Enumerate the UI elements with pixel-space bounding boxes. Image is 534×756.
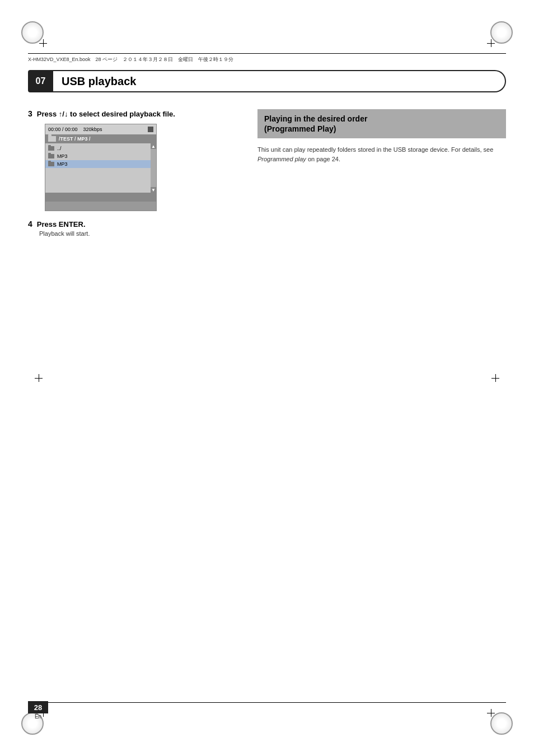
screen-folder-bar: /TEST / MP3 /	[45, 134, 156, 143]
screen-time: 00:00 / 00:00	[48, 127, 78, 132]
section-title-line2: (Programmed Play)	[264, 124, 499, 134]
reg-mark-br	[487, 709, 495, 717]
step-3-header: 3 Press ↑/↓ to select desired playback f…	[28, 109, 241, 118]
list-item-3	[45, 168, 151, 176]
screen-progress-bar	[45, 202, 156, 211]
page-language: En	[35, 713, 41, 720]
list-item-5	[45, 184, 151, 192]
left-column: 3 Press ↑/↓ to select desired playback f…	[28, 109, 241, 694]
folder-path: /TEST / MP3 /	[59, 136, 91, 142]
print-info-text: X-HM32VD_VXE8_En.book 28 ページ ２０１４年３月２８日 …	[28, 56, 233, 63]
item-folder-icon-0	[48, 146, 54, 151]
page-number-area: 28 En	[28, 701, 48, 720]
header-line	[28, 53, 506, 54]
chapter-title: USB playback	[62, 75, 136, 88]
screen-bitrate: 320kbps	[83, 127, 102, 132]
screen-scrollbar: ▲ ▼	[151, 143, 156, 193]
section-heading: Playing in the desired order (Programmed…	[257, 109, 506, 138]
print-info: X-HM32VD_VXE8_En.book 28 ページ ２０１４年３月２８日 …	[28, 56, 506, 63]
section-body-italic: Programmed play	[257, 156, 306, 162]
chapter-number: 07	[28, 70, 53, 92]
step-4: 4 Press ENTER. Playback will start.	[28, 220, 241, 237]
reg-mark-tr	[487, 39, 495, 47]
screen-bottom-bar	[45, 193, 156, 202]
step-4-description: Playback will start.	[39, 230, 241, 237]
section-body: This unit can play repeatedly folders st…	[257, 145, 506, 164]
section-title-line1: Playing in the desired order	[264, 114, 499, 124]
screen-list-area: ../ MP3 MP3	[45, 143, 156, 193]
chapter-header: 07 USB playback	[28, 70, 506, 92]
list-item-1: MP3	[45, 152, 151, 160]
list-item-0-name: ../	[57, 146, 62, 151]
step-4-header: 4 Press ENTER.	[28, 220, 241, 228]
reg-mark-tl	[39, 39, 47, 47]
screen-mockup: 00:00 / 00:00 320kbps /TEST / MP3 / ../	[45, 124, 157, 211]
step-4-instruction: Press ENTER.	[37, 220, 86, 228]
list-item-1-name: MP3	[57, 153, 68, 159]
chapter-title-box: USB playback	[53, 70, 506, 92]
page-number: 28	[28, 701, 48, 713]
screen-list-items: ../ MP3 MP3	[45, 143, 151, 193]
list-item-0: ../	[45, 144, 151, 152]
scrollbar-down-button[interactable]: ▼	[151, 187, 156, 193]
step-3: 3 Press ↑/↓ to select desired playback f…	[28, 109, 241, 211]
section-body-suffix: on page 24.	[306, 156, 340, 162]
bottom-line	[28, 702, 506, 703]
step-3-instruction: Press ↑/↓ to select desired playback fil…	[37, 110, 175, 118]
right-column: Playing in the desired order (Programmed…	[257, 109, 506, 694]
scrollbar-up-button[interactable]: ▲	[151, 143, 156, 149]
list-item-2: MP3	[45, 160, 151, 168]
screen-stop-icon	[148, 127, 153, 132]
list-item-4	[45, 176, 151, 184]
step-4-number: 4	[28, 220, 32, 228]
screen-status-bar: 00:00 / 00:00 320kbps	[45, 124, 156, 134]
folder-icon	[48, 136, 56, 142]
item-folder-icon-1	[48, 154, 54, 158]
content-area: 3 Press ↑/↓ to select desired playback f…	[28, 109, 506, 694]
step-3-number: 3	[28, 109, 32, 118]
section-body-text: This unit can play repeatedly folders st…	[257, 146, 493, 153]
list-item-2-name: MP3	[57, 161, 68, 167]
item-folder-icon-2	[48, 162, 54, 166]
